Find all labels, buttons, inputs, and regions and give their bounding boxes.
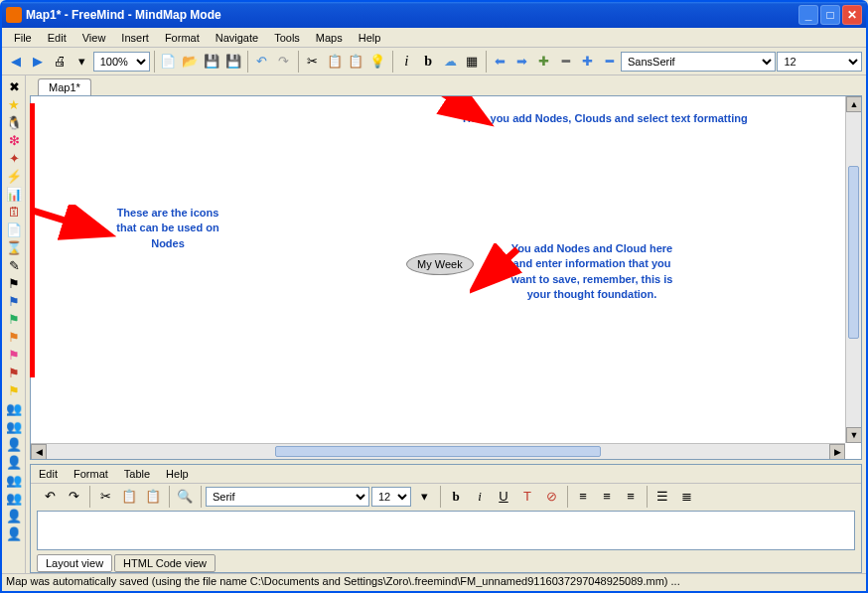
person-female-icon[interactable]: 👤 [5,453,23,471]
add-child-icon[interactable]: ✚ [577,51,598,73]
flag-green-icon[interactable]: ⚑ [5,310,23,328]
note-icon[interactable]: 📄 [5,221,23,238]
unordered-list-icon[interactable]: ≣ [675,486,697,508]
note-redo-icon[interactable]: ↷ [63,486,84,508]
nav-left-icon[interactable]: ⬅ [490,51,510,73]
cut-icon[interactable]: ✂ [302,51,323,73]
maximize-button[interactable]: □ [820,5,840,25]
pencil-icon[interactable]: ✎ [5,256,23,274]
note-menu-format[interactable]: Format [73,468,108,480]
vscroll-thumb[interactable] [848,166,859,340]
bee-icon[interactable]: ✦ [5,149,23,167]
menu-tools[interactable]: Tools [266,30,308,46]
close-button[interactable]: ✕ [842,5,862,25]
note-cut-icon[interactable]: ✂ [94,486,116,508]
note-underline-button[interactable]: U [493,486,514,508]
redo-icon[interactable]: ↷ [273,51,294,73]
font-family-select[interactable]: SansSerif [621,52,776,72]
menu-navigate[interactable]: Navigate [208,30,266,46]
horizontal-scrollbar[interactable]: ◀ ▶ [31,443,845,459]
new-icon[interactable]: 📄 [158,51,179,73]
butterfly-icon[interactable]: ❇ [5,131,23,149]
menu-maps[interactable]: Maps [308,30,351,46]
note-color-icon[interactable]: T [516,486,538,508]
person-green-icon[interactable]: 👤 [5,507,23,524]
copy-icon[interactable]: 📋 [324,51,345,73]
flag-orange-icon[interactable]: ⚑ [5,328,23,346]
align-right-icon[interactable]: ≡ [620,486,642,508]
document-tab[interactable]: Map1* [38,78,91,95]
note-text-area[interactable] [37,511,855,550]
note-menu-edit[interactable]: Edit [39,468,58,480]
star-icon[interactable]: ★ [5,95,23,113]
menu-format[interactable]: Format [157,30,208,46]
back-button[interactable]: ◀ [6,51,27,73]
root-node[interactable]: My Week [406,253,474,275]
people1-icon[interactable]: 👥 [5,399,23,417]
flag-red-icon[interactable]: ⚑ [5,364,23,381]
scroll-up-icon[interactable]: ▲ [846,96,862,112]
print-icon[interactable]: 🖨 [50,51,71,73]
remove-child-icon[interactable]: ━ [599,51,620,73]
hourglass-icon[interactable]: ⌛ [5,238,23,256]
note-clear-format-icon[interactable]: ⊘ [540,486,562,508]
person-male-icon[interactable]: 👤 [5,435,23,453]
bold-button[interactable]: b [418,51,439,73]
grid-icon[interactable]: ▦ [462,51,483,73]
cloud-icon[interactable]: ☁ [440,51,461,73]
preview-icon[interactable]: ▾ [72,51,92,73]
menu-file[interactable]: File [6,30,40,46]
scroll-left-icon[interactable]: ◀ [31,444,47,460]
calendar-icon[interactable]: 🗓 [5,203,23,221]
flag-black-icon[interactable]: ⚑ [5,274,23,292]
forward-button[interactable]: ▶ [28,51,49,73]
add-node-icon[interactable]: ✚ [533,51,554,73]
idea-icon[interactable]: 💡 [367,51,388,73]
note-copy-icon[interactable]: 📋 [118,486,140,508]
minimize-button[interactable]: _ [798,5,818,25]
remove-node-icon[interactable]: ━ [555,51,576,73]
chart-icon[interactable]: 📊 [5,185,23,203]
note-italic-button[interactable]: i [469,486,491,508]
group2-icon[interactable]: 👥 [5,489,23,507]
undo-icon[interactable]: ↶ [251,51,272,73]
vertical-scrollbar[interactable]: ▲ ▼ [845,96,861,443]
italic-button[interactable]: i [396,51,417,73]
align-left-icon[interactable]: ≡ [572,486,594,508]
note-paste-icon[interactable]: 📋 [142,486,164,508]
html-code-view-tab[interactable]: HTML Code view [114,554,216,572]
note-find-icon[interactable]: 🔍 [174,486,196,508]
save-icon[interactable]: 💾 [202,51,222,73]
menu-help[interactable]: Help [351,30,389,46]
flag-yellow-icon[interactable]: ⚑ [5,381,23,399]
note-fontsize-select[interactable]: 12 [371,487,411,507]
font-size-select[interactable]: 12 [777,52,861,72]
titlebar[interactable]: Map1* - FreeMind - MindMap Mode _ □ ✕ [2,2,866,28]
mindmap-canvas[interactable]: My Week Here you add Nodes, Clouds and s… [31,96,845,443]
note-font-select[interactable]: Serif [206,487,369,507]
remove-icon-button[interactable]: ✖ [5,77,23,95]
hscroll-thumb[interactable] [275,446,601,457]
note-undo-icon[interactable]: ↶ [39,486,61,508]
penguin-icon[interactable]: 🐧 [5,113,23,131]
zoom-select[interactable]: 100% [93,52,150,72]
menu-edit[interactable]: Edit [40,30,74,46]
layout-view-tab[interactable]: Layout view [37,554,112,572]
flag-blue-icon[interactable]: ⚑ [5,292,23,310]
group1-icon[interactable]: 👥 [5,471,23,489]
saveas-icon[interactable]: 💾 [223,51,244,73]
ordered-list-icon[interactable]: ☰ [651,486,673,508]
menu-insert[interactable]: Insert [113,30,157,46]
paste-icon[interactable]: 📋 [346,51,366,73]
person-orange-icon[interactable]: 👤 [5,524,23,542]
open-icon[interactable]: 📂 [180,51,201,73]
nav-right-icon[interactable]: ➡ [511,51,532,73]
scroll-right-icon[interactable]: ▶ [829,444,845,460]
flag-pink-icon[interactable]: ⚑ [5,346,23,364]
note-size-dropdown[interactable]: ▾ [413,486,435,508]
note-menu-help[interactable]: Help [166,468,189,480]
note-menu-table[interactable]: Table [124,468,150,480]
note-bold-button[interactable]: b [445,486,467,508]
scroll-down-icon[interactable]: ▼ [846,427,862,443]
align-center-icon[interactable]: ≡ [596,486,618,508]
